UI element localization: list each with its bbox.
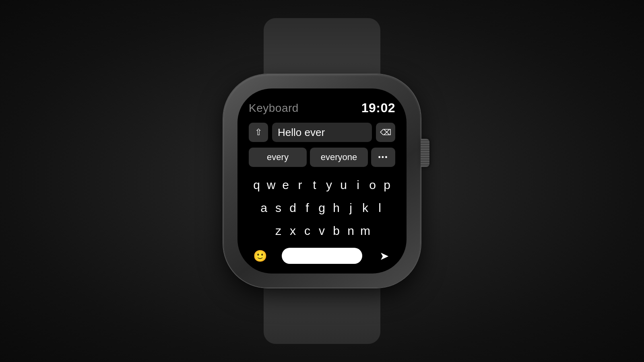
autocomplete-more-button[interactable]: ••• xyxy=(371,148,395,167)
key-c[interactable]: c xyxy=(300,221,315,241)
key-e[interactable]: e xyxy=(279,175,293,195)
key-x[interactable]: x xyxy=(286,221,300,241)
shift-icon: ⇧ xyxy=(255,127,262,138)
key-j[interactable]: j xyxy=(344,198,358,218)
autocomplete-every-button[interactable]: every xyxy=(249,148,307,167)
key-t[interactable]: t xyxy=(308,175,322,195)
more-dots-icon: ••• xyxy=(378,153,388,162)
watch-screen: Keyboard 19:02 ⇧ Hello ever xyxy=(237,88,407,274)
emoji-button[interactable]: 🙂 xyxy=(250,246,270,265)
key-k[interactable]: k xyxy=(358,198,373,218)
screen-title: Keyboard xyxy=(249,102,299,115)
keyboard-area: q w e r t y u i o p xyxy=(249,173,395,242)
key-p[interactable]: p xyxy=(380,175,394,195)
autocomplete-row: every everyone ••• xyxy=(249,148,395,167)
key-u[interactable]: u xyxy=(336,175,351,195)
autocomplete-everyone-button[interactable]: everyone xyxy=(310,148,368,167)
key-a[interactable]: a xyxy=(257,198,271,218)
key-z[interactable]: z xyxy=(271,221,286,241)
screen-header: Keyboard 19:02 xyxy=(249,101,395,115)
send-button[interactable]: ➤ xyxy=(374,246,394,265)
autocomplete-everyone-label: everyone xyxy=(321,152,357,162)
key-h[interactable]: h xyxy=(329,198,344,218)
send-icon: ➤ xyxy=(380,249,389,263)
watch-band-top xyxy=(264,18,380,74)
key-v[interactable]: v xyxy=(315,221,329,241)
autocomplete-every-label: every xyxy=(267,152,289,162)
key-w[interactable]: w xyxy=(264,175,279,195)
key-f[interactable]: f xyxy=(300,198,315,218)
emoji-icon: 🙂 xyxy=(253,249,267,263)
watch: Keyboard 19:02 ⇧ Hello ever xyxy=(223,18,421,344)
key-r[interactable]: r xyxy=(293,175,308,195)
key-q[interactable]: q xyxy=(250,175,264,195)
bottom-row: 🙂 ➤ xyxy=(249,246,395,265)
delete-button[interactable]: ⌫ xyxy=(376,123,395,142)
watch-body: Keyboard 19:02 ⇧ Hello ever xyxy=(223,74,421,288)
text-input-value: Hello ever xyxy=(278,126,325,139)
keyboard-row-1: q w e r t y u i o p xyxy=(249,175,395,195)
key-y[interactable]: y xyxy=(322,175,336,195)
key-i[interactable]: i xyxy=(351,175,365,195)
delete-icon: ⌫ xyxy=(380,128,391,137)
key-d[interactable]: d xyxy=(286,198,300,218)
keyboard-row-2: a s d f g h j k l xyxy=(249,198,395,218)
shift-button[interactable]: ⇧ xyxy=(249,123,268,142)
space-bar-button[interactable] xyxy=(282,248,362,264)
key-l[interactable]: l xyxy=(373,198,387,218)
input-row: ⇧ Hello ever ⌫ xyxy=(249,123,395,142)
screen-time: 19:02 xyxy=(361,101,395,115)
key-b[interactable]: b xyxy=(329,221,344,241)
key-g[interactable]: g xyxy=(315,198,329,218)
watch-case: Keyboard 19:02 ⇧ Hello ever xyxy=(223,74,421,288)
background: Keyboard 19:02 ⇧ Hello ever xyxy=(0,0,644,362)
text-input-field[interactable]: Hello ever xyxy=(272,123,372,142)
key-n[interactable]: n xyxy=(344,221,358,241)
keyboard-row-3: z x c v b n m xyxy=(249,221,395,241)
key-o[interactable]: o xyxy=(365,175,380,195)
watch-band-bottom xyxy=(264,288,380,344)
watch-crown[interactable] xyxy=(421,139,429,167)
watch-screen-bezel: Keyboard 19:02 ⇧ Hello ever xyxy=(237,88,407,274)
key-m[interactable]: m xyxy=(358,221,373,241)
key-s[interactable]: s xyxy=(271,198,286,218)
